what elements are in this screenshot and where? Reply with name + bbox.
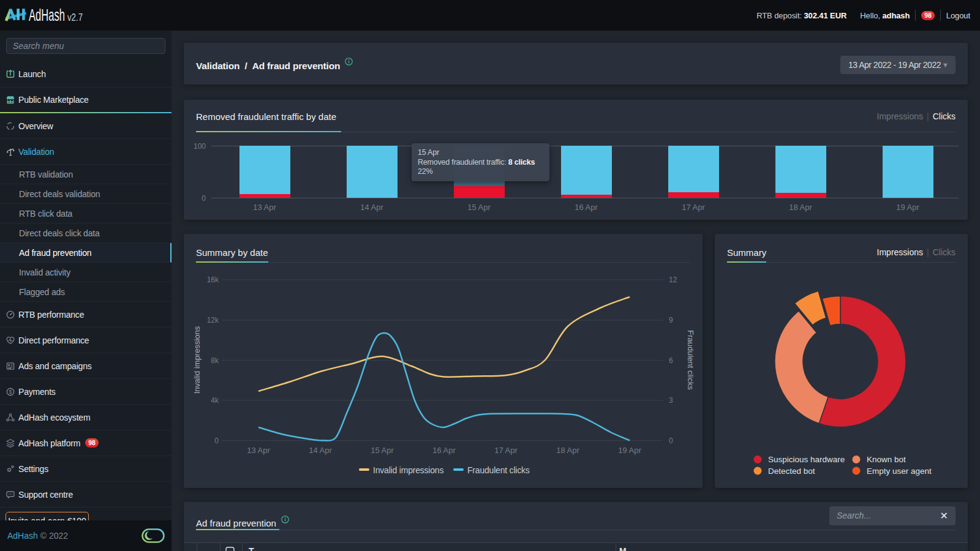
svg-text:15 Apr: 15 Apr xyxy=(371,446,394,455)
svg-text:14 Apr: 14 Apr xyxy=(309,446,332,455)
svg-text:3: 3 xyxy=(669,396,673,405)
svg-text:AdHash: AdHash xyxy=(29,6,65,24)
svg-text:6: 6 xyxy=(669,356,673,365)
svg-text:Known bot: Known bot xyxy=(867,455,906,464)
svg-text:Invalid impressions: Invalid impressions xyxy=(192,326,202,394)
svg-text:0: 0 xyxy=(214,437,219,445)
svg-text:12: 12 xyxy=(669,276,677,284)
svg-text:16k: 16k xyxy=(207,276,219,284)
svg-text:Detected bot: Detected bot xyxy=(768,467,815,476)
svg-text:17 Apr: 17 Apr xyxy=(494,446,518,455)
svg-text:$: $ xyxy=(9,389,12,395)
svg-text:12k: 12k xyxy=(207,316,219,324)
svg-text:13 Apr: 13 Apr xyxy=(247,446,270,455)
svg-text:v2.7: v2.7 xyxy=(67,12,83,23)
svg-text:0: 0 xyxy=(669,437,673,445)
svg-text:Empty user agent: Empty user agent xyxy=(867,467,932,476)
svg-text:18 Apr: 18 Apr xyxy=(556,446,579,455)
svg-text:Fraudulent clicks: Fraudulent clicks xyxy=(467,465,530,475)
svg-text:19 Apr: 19 Apr xyxy=(618,446,641,455)
svg-text:Fraudulent clicks: Fraudulent clicks xyxy=(686,330,695,390)
svg-text:4k: 4k xyxy=(211,396,219,405)
svg-text:8k: 8k xyxy=(211,356,219,365)
svg-text:Invalid impressions: Invalid impressions xyxy=(373,465,443,475)
svg-text:Suspicious hardware: Suspicious hardware xyxy=(768,455,845,464)
svg-text:16 Apr: 16 Apr xyxy=(432,446,456,455)
svg-text:9: 9 xyxy=(669,316,673,324)
